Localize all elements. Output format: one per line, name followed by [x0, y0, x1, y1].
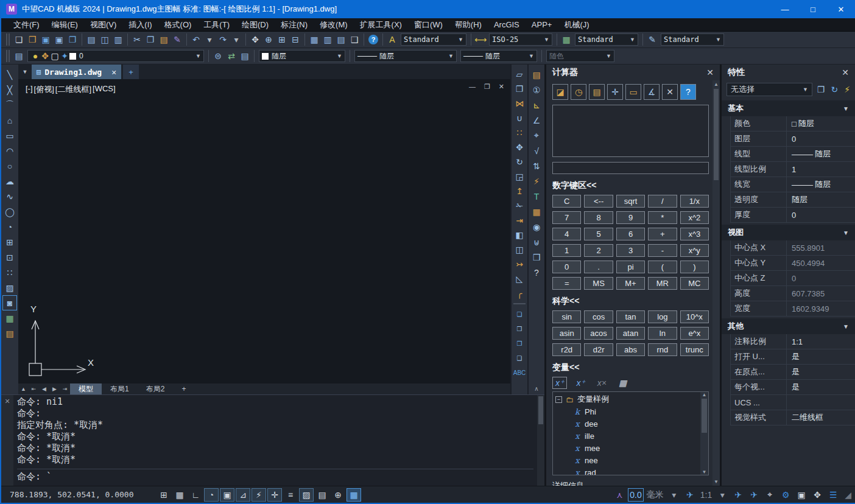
menu-item[interactable]: 标注(N): [275, 19, 314, 30]
child-restore-icon[interactable]: ❐: [484, 83, 490, 91]
send-under-icon[interactable]: ❑: [512, 351, 527, 365]
lineweight-combo[interactable]: ———随层▼: [460, 50, 537, 62]
sci-key[interactable]: log: [648, 310, 677, 323]
move-tool-icon[interactable]: ✥: [512, 140, 527, 155]
snap-toggle[interactable]: ⊞: [157, 488, 171, 502]
calc-key[interactable]: 1: [552, 244, 581, 257]
section-header[interactable]: 基本▼: [722, 100, 855, 116]
redo-icon[interactable]: ↷: [216, 33, 230, 46]
property-row[interactable]: 视觉样式二维线框: [730, 410, 855, 425]
ellipse-arc-tool-icon[interactable]: ◔: [2, 219, 17, 234]
calculator-input[interactable]: [552, 162, 709, 174]
linetype-combo[interactable]: ———随层▼: [354, 50, 457, 62]
ortho-toggle[interactable]: ∟: [188, 488, 203, 502]
last-tab-icon[interactable]: ⇥: [60, 383, 70, 394]
menu-item[interactable]: 窗口(W): [408, 19, 449, 30]
property-row[interactable]: 中心点 Z0: [730, 271, 855, 286]
sci-key[interactable]: tan: [616, 310, 645, 323]
menu-item[interactable]: 修改(M): [314, 19, 354, 30]
menu-item[interactable]: 格式(O): [158, 19, 198, 30]
variable-row[interactable]: x dee: [555, 418, 700, 430]
chamfer-tool-icon[interactable]: ◺: [512, 271, 527, 286]
property-value[interactable]: 607.7385: [787, 289, 855, 298]
document-tab[interactable]: ▤ Drawing1.dwg ✕: [32, 65, 121, 79]
design-center-icon[interactable]: ▥: [321, 33, 334, 46]
calc-key[interactable]: x^3: [680, 228, 709, 240]
calc-key[interactable]: M+: [616, 277, 645, 290]
balloon-icon[interactable]: ◉: [529, 219, 544, 234]
property-row[interactable]: 线宽———随层: [730, 177, 855, 192]
line-tool-icon[interactable]: ╲: [2, 67, 17, 82]
sci-key[interactable]: rnd: [648, 343, 677, 356]
calc-paste-icon[interactable]: ▤: [589, 84, 605, 100]
menu-item[interactable]: 视图(V): [84, 19, 122, 30]
save-as-icon[interactable]: ▣: [52, 33, 66, 46]
calc-key[interactable]: +: [648, 228, 677, 240]
section-header[interactable]: 视图▼: [722, 225, 855, 240]
property-row[interactable]: 每个视...是: [730, 380, 855, 395]
hatch-tool-icon[interactable]: ▨: [2, 280, 17, 295]
sci-key[interactable]: e^x: [680, 327, 709, 340]
spline-tool-icon[interactable]: ∿: [2, 189, 17, 204]
hardware-accel-icon[interactable]: ▣: [794, 488, 809, 502]
property-row[interactable]: 中心点 X555.8901: [730, 240, 855, 256]
new-drawing-icon[interactable]: ❏: [12, 33, 26, 46]
child-close-icon[interactable]: ✕: [499, 83, 504, 91]
calc-key[interactable]: x^y: [680, 244, 709, 257]
match-properties-icon[interactable]: ✎: [171, 33, 184, 46]
command-scrollbar[interactable]: [537, 395, 544, 486]
osnap-toggle[interactable]: ▣: [220, 488, 234, 502]
property-value[interactable]: 0: [787, 211, 855, 220]
maximize-button[interactable]: □: [799, 0, 827, 18]
point-tool-icon[interactable]: ∷: [2, 265, 17, 280]
save-all-icon[interactable]: ❐: [66, 33, 79, 46]
drawing-canvas[interactable]: [-][俯视][二维线框][WCS] —❐✕ Y X: [18, 79, 510, 383]
cut-icon[interactable]: ✂: [130, 33, 144, 46]
calc-measure-distance-icon[interactable]: ▭: [625, 84, 641, 100]
keypad-section-header[interactable]: 数字键区<<: [552, 180, 709, 191]
mleader-style-combo[interactable]: Standard▼: [661, 33, 724, 46]
surface-roughness-icon[interactable]: √: [529, 143, 544, 158]
child-minimize-icon[interactable]: —: [469, 83, 476, 91]
calc-key[interactable]: pi: [616, 261, 645, 273]
layer-thaw-icon[interactable]: ✥: [40, 49, 50, 63]
calc-history-icon[interactable]: ◷: [571, 84, 586, 100]
variable-row[interactable]: k Phi: [555, 405, 700, 418]
copy-clip-icon[interactable]: ❐: [144, 33, 157, 46]
insert-block-tool-icon[interactable]: ⊞: [2, 234, 17, 250]
annotation-scale-value[interactable]: 1:1: [698, 488, 714, 502]
property-row[interactable]: 在原点...是: [730, 365, 855, 380]
save-icon[interactable]: ▣: [39, 33, 52, 46]
settings-gear-icon[interactable]: ⚙: [778, 488, 793, 502]
menu-item[interactable]: 绘图(D): [236, 19, 275, 30]
calculator-scrollbar[interactable]: ▲ ▼: [712, 80, 720, 486]
variables-scrollbar[interactable]: ▲▼: [700, 392, 708, 475]
detail-view-icon[interactable]: ①: [529, 82, 544, 97]
extend-tool-icon[interactable]: ⇥: [512, 213, 527, 228]
menu-item[interactable]: 机械(J): [558, 19, 595, 30]
offset-tool-icon[interactable]: ∪: [512, 111, 527, 125]
redo-dropdown-icon[interactable]: ▾: [230, 33, 243, 46]
menu-item[interactable]: 文件(F): [7, 19, 46, 30]
rotate-tool-icon[interactable]: ↻: [512, 155, 527, 169]
property-value[interactable]: 是: [787, 351, 855, 362]
property-value[interactable]: □随层: [787, 118, 855, 129]
calc-key[interactable]: x^2: [680, 211, 709, 224]
calc-key[interactable]: -: [648, 244, 677, 257]
fullscreen-icon[interactable]: ✥: [810, 488, 825, 502]
calc-key[interactable]: 5: [584, 228, 613, 240]
unit-badge[interactable]: 0.0: [628, 488, 643, 502]
calc-key[interactable]: .: [584, 261, 613, 273]
fillet-tool-icon[interactable]: ╭: [512, 286, 527, 301]
prev-tab-icon[interactable]: ◀: [39, 383, 49, 394]
menu-item[interactable]: 工具(T): [197, 19, 236, 30]
layout-tab[interactable]: 布局1: [102, 383, 138, 394]
attach-icon[interactable]: ❑: [348, 33, 361, 46]
section-header[interactable]: 其他▼: [722, 318, 855, 334]
sci-key[interactable]: atan: [616, 327, 645, 340]
property-value[interactable]: 1: [787, 165, 855, 174]
grid-toggle[interactable]: ▦: [172, 488, 187, 502]
property-value[interactable]: 450.4994: [787, 259, 855, 268]
tab-close-icon[interactable]: ✕: [111, 68, 116, 77]
calc-key[interactable]: C: [552, 195, 581, 208]
